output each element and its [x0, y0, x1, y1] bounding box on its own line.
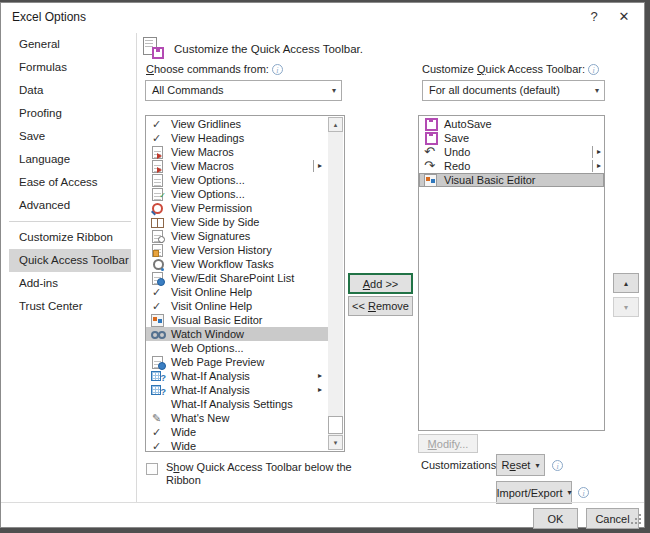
book-icon — [151, 216, 165, 229]
item-label: View Options... — [171, 173, 245, 187]
permission-icon — [151, 202, 165, 215]
sidebar-item-formulas[interactable]: Formulas — [9, 56, 131, 79]
command-item[interactable]: Wide — [146, 425, 328, 439]
sharepoint-icon — [151, 272, 165, 285]
web-page-icon — [151, 356, 165, 369]
check-icon — [151, 286, 165, 299]
sidebar-item-quick-access-toolbar[interactable]: Quick Access Toolbar — [9, 249, 131, 272]
choose-commands-select[interactable]: All Commands — [145, 80, 342, 101]
sidebar-item-trust-center[interactable]: Trust Center — [9, 295, 131, 318]
qat-item[interactable]: AutoSave — [419, 117, 604, 131]
item-label: Visit Online Help — [171, 299, 252, 313]
no-icon — [151, 398, 165, 411]
sidebar-item-proofing[interactable]: Proofing — [9, 102, 131, 125]
qat-item[interactable]: Redo — [419, 159, 604, 173]
reset-button[interactable]: Reset — [496, 454, 545, 476]
item-label: Visual Basic Editor — [171, 313, 263, 327]
sidebar-item-language[interactable]: Language — [9, 148, 131, 171]
command-item[interactable]: Visit Online Help — [146, 285, 328, 299]
choose-commands-label-row: Choose commands from: — [146, 63, 283, 75]
macro-icon — [151, 146, 165, 159]
help-button[interactable]: ? — [582, 7, 606, 27]
flyout-arrow-icon — [313, 160, 322, 172]
item-label: View Version History — [171, 243, 272, 257]
add-button[interactable]: Add >> — [348, 273, 413, 294]
flyout-arrow-icon — [592, 160, 601, 172]
sidebar-item-customize-ribbon[interactable]: Customize Ribbon — [9, 226, 131, 249]
command-item[interactable]: View Workflow Tasks — [146, 257, 328, 271]
item-label: Web Page Preview — [171, 355, 264, 369]
item-label: Save — [444, 131, 469, 145]
whatif-icon — [151, 370, 165, 383]
flyout-arrow-icon — [592, 146, 601, 158]
show-below-ribbon-checkbox[interactable] — [146, 463, 158, 475]
command-item[interactable]: What-If Analysis — [146, 383, 328, 397]
command-item[interactable]: Web Options... — [146, 341, 328, 355]
choose-commands-label: Choose commands from: — [146, 63, 269, 75]
modify-button-label: Modify... — [428, 438, 469, 450]
qat-items-list: AutoSaveSaveUndoRedoVisual Basic Editor — [418, 115, 605, 431]
command-item[interactable]: View Side by Side — [146, 215, 328, 229]
move-up-button[interactable] — [613, 273, 639, 293]
modify-button[interactable]: Modify... — [418, 434, 478, 453]
sidebar-item-ease-of-access[interactable]: Ease of Access — [9, 171, 131, 194]
remove-button[interactable]: << Remove — [348, 296, 413, 316]
qat-item[interactable]: Undo — [419, 145, 604, 159]
redo-icon — [424, 160, 438, 173]
item-label: View Headings — [171, 131, 244, 145]
command-item[interactable]: View Options... — [146, 173, 328, 187]
item-label: View Macros — [171, 145, 234, 159]
command-item[interactable]: View Gridlines — [146, 117, 328, 131]
qat-item[interactable]: Save — [419, 131, 604, 145]
check-icon — [151, 440, 165, 453]
vb-icon — [424, 174, 438, 187]
sidebar-item-data[interactable]: Data — [9, 79, 131, 102]
page-header: Customize the Quick Access Toolbar. — [142, 37, 363, 60]
command-item[interactable]: What-If Analysis Settings — [146, 397, 328, 411]
remove-button-label: << Remove — [352, 300, 409, 312]
item-label: What-If Analysis — [171, 369, 250, 383]
excel-options-dialog: Excel Options ? ✕ GeneralFormulasDataPro… — [0, 2, 645, 528]
resize-grip-icon[interactable] — [631, 514, 641, 524]
save-icon — [424, 118, 438, 131]
sidebar-item-save[interactable]: Save — [9, 125, 131, 148]
sidebar-item-general[interactable]: General — [9, 33, 131, 56]
sidebar-item-advanced[interactable]: Advanced — [9, 194, 131, 217]
scroll-down-button[interactable] — [328, 435, 343, 450]
command-item[interactable]: Watch Window — [146, 327, 328, 341]
command-item[interactable]: Wide — [146, 439, 328, 452]
command-item[interactable]: View Permission — [146, 201, 328, 215]
scroll-up-button[interactable] — [328, 117, 343, 132]
close-button[interactable]: ✕ — [612, 7, 636, 27]
move-down-button[interactable] — [613, 297, 639, 317]
item-label: View Workflow Tasks — [171, 257, 274, 271]
item-label: What-If Analysis Settings — [171, 397, 293, 411]
scrollbar[interactable] — [328, 117, 343, 450]
item-label: View Macros — [171, 159, 234, 173]
command-item[interactable]: Visit Online Help — [146, 299, 328, 313]
sidebar-item-add-ins[interactable]: Add-ins — [9, 272, 131, 295]
command-item[interactable]: View Headings — [146, 131, 328, 145]
command-item[interactable]: What-If Analysis — [146, 369, 328, 383]
import-export-button[interactable]: Import/Export — [496, 481, 572, 504]
dropdown-arrow-icon — [332, 81, 336, 100]
command-item[interactable]: Web Page Preview — [146, 355, 328, 369]
scrollbar-thumb[interactable] — [328, 416, 343, 434]
qat-item[interactable]: Visual Basic Editor — [419, 173, 604, 187]
customize-qat-select[interactable]: For all documents (default) — [422, 80, 605, 101]
command-item[interactable]: View Version History — [146, 243, 328, 257]
command-item[interactable]: What's New — [146, 411, 328, 425]
signature-icon — [151, 230, 165, 243]
item-label: View/Edit SharePoint List — [171, 271, 294, 285]
item-label: AutoSave — [444, 117, 492, 131]
flyout-arrow-icon — [314, 370, 322, 382]
dropdown-arrow-icon — [595, 81, 599, 100]
command-item[interactable]: View Options... — [146, 187, 328, 201]
command-item[interactable]: View/Edit SharePoint List — [146, 271, 328, 285]
add-button-label: Add >> — [363, 278, 398, 290]
command-item[interactable]: View Macros — [146, 159, 328, 173]
command-item[interactable]: Visual Basic Editor — [146, 313, 328, 327]
ok-button[interactable]: OK — [533, 508, 578, 529]
command-item[interactable]: View Macros — [146, 145, 328, 159]
command-item[interactable]: View Signatures — [146, 229, 328, 243]
